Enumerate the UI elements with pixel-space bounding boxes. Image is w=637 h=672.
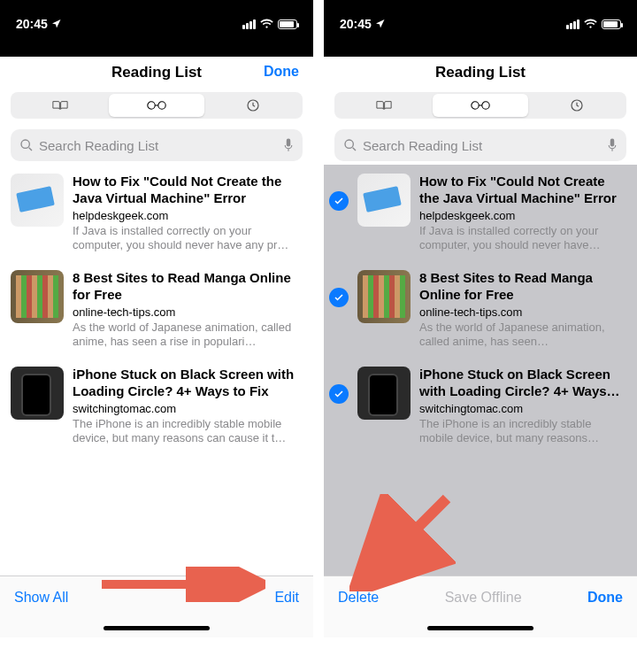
item-domain: online-tech-tips.com bbox=[419, 305, 626, 319]
selection-check[interactable] bbox=[329, 288, 349, 307]
phone-right: 20:45 Reading List bbox=[324, 0, 637, 637]
item-desc: If Java is installed correctly on your c… bbox=[73, 224, 303, 253]
list-item[interactable]: iPhone Stuck on Black Screen with Loadin… bbox=[0, 358, 313, 454]
check-icon bbox=[334, 389, 344, 399]
thumbnail bbox=[357, 174, 411, 227]
svg-point-5 bbox=[472, 102, 479, 109]
svg-point-6 bbox=[482, 102, 489, 109]
seg-bookmarks[interactable] bbox=[336, 94, 433, 117]
home-indicator[interactable] bbox=[324, 618, 637, 637]
search-field[interactable] bbox=[11, 129, 303, 161]
glasses-icon bbox=[146, 99, 167, 112]
reading-list-editing: How to Fix "Could Not Create the Java Vi… bbox=[324, 165, 637, 575]
delete-button[interactable]: Delete bbox=[338, 590, 379, 606]
segmented-control[interactable] bbox=[334, 92, 626, 119]
reading-list: How to Fix "Could Not Create the Java Vi… bbox=[0, 165, 313, 575]
nav-header: Reading List Done bbox=[0, 57, 313, 87]
clock-icon bbox=[570, 98, 584, 112]
glasses-icon bbox=[470, 99, 491, 112]
thumbnail bbox=[11, 174, 64, 227]
wifi-icon bbox=[584, 19, 597, 29]
location-icon bbox=[375, 19, 386, 29]
mic-icon[interactable] bbox=[607, 137, 618, 153]
search-field[interactable] bbox=[334, 129, 626, 161]
item-desc: The iPhone is an incredibly stable mobil… bbox=[73, 417, 303, 446]
signal-icon bbox=[242, 19, 256, 29]
item-desc: As the world of Japanese animation, call… bbox=[419, 321, 626, 350]
status-time: 20:45 bbox=[16, 17, 48, 31]
status-time: 20:45 bbox=[340, 17, 372, 31]
item-domain: helpdeskgeek.com bbox=[73, 209, 303, 222]
thumbnail bbox=[357, 270, 411, 323]
svg-rect-4 bbox=[287, 139, 291, 147]
segmented-control[interactable] bbox=[11, 92, 303, 119]
svg-point-3 bbox=[21, 140, 29, 148]
signal-icon bbox=[566, 19, 579, 29]
showall-button[interactable]: Show All bbox=[14, 590, 68, 606]
save-offline-button[interactable]: Save Offline bbox=[445, 590, 522, 606]
item-domain: online-tech-tips.com bbox=[73, 305, 303, 319]
item-title: 8 Best Sites to Read Manga Online for Fr… bbox=[73, 270, 303, 304]
notch bbox=[333, 46, 628, 57]
item-domain: switchingtomac.com bbox=[73, 402, 303, 415]
search-icon bbox=[343, 138, 357, 152]
list-item[interactable]: 8 Best Sites to Read Manga Online for Fr… bbox=[324, 261, 637, 358]
home-indicator[interactable] bbox=[0, 618, 313, 637]
battery-icon bbox=[602, 19, 621, 29]
thumbnail bbox=[357, 367, 411, 420]
seg-history[interactable] bbox=[528, 94, 625, 117]
check-icon bbox=[334, 292, 344, 303]
book-icon bbox=[375, 98, 393, 112]
item-desc: The iPhone is an incredibly stable mobil… bbox=[419, 417, 626, 446]
item-title: How to Fix "Could Not Create the Java Vi… bbox=[73, 174, 303, 207]
item-domain: helpdeskgeek.com bbox=[419, 209, 626, 222]
location-icon bbox=[51, 19, 62, 29]
done-button[interactable]: Done bbox=[264, 64, 299, 80]
bottom-toolbar: Show All Edit bbox=[0, 575, 313, 618]
thumbnail bbox=[11, 270, 64, 323]
list-item[interactable]: 8 Best Sites to Read Manga Online for Fr… bbox=[0, 261, 313, 358]
list-item[interactable]: How to Fix "Could Not Create the Java Vi… bbox=[0, 165, 313, 261]
svg-point-8 bbox=[345, 140, 353, 148]
item-desc: If Java is installed correctly on your c… bbox=[419, 224, 626, 253]
svg-point-1 bbox=[158, 102, 165, 109]
svg-point-0 bbox=[148, 102, 155, 109]
search-input[interactable] bbox=[39, 138, 278, 153]
clock-icon bbox=[246, 98, 260, 112]
list-item[interactable]: iPhone Stuck on Black Screen with Loadin… bbox=[324, 358, 637, 454]
page-title: Reading List bbox=[111, 64, 202, 81]
item-title: iPhone Stuck on Black Screen with Loadin… bbox=[419, 367, 626, 400]
search-icon bbox=[19, 138, 34, 152]
wifi-icon bbox=[260, 19, 273, 29]
battery-icon bbox=[278, 19, 297, 29]
nav-header: Reading List bbox=[324, 57, 637, 87]
bottom-toolbar: Delete Save Offline Done bbox=[324, 575, 637, 618]
phone-left: 20:45 Reading List Done bbox=[0, 0, 313, 637]
svg-rect-9 bbox=[610, 139, 615, 147]
thumbnail bbox=[11, 367, 64, 420]
item-title: 8 Best Sites to Read Manga Online for Fr… bbox=[419, 270, 626, 304]
mic-icon[interactable] bbox=[283, 137, 294, 153]
item-title: How to Fix "Could Not Create the Java Vi… bbox=[419, 174, 626, 207]
item-desc: As the world of Japanese animation, call… bbox=[73, 321, 303, 350]
edit-button[interactable]: Edit bbox=[274, 590, 299, 606]
page-title: Reading List bbox=[435, 64, 526, 81]
list-item[interactable]: How to Fix "Could Not Create the Java Vi… bbox=[324, 165, 637, 261]
seg-bookmarks[interactable] bbox=[12, 94, 109, 117]
selection-check[interactable] bbox=[329, 384, 349, 404]
check-icon bbox=[334, 196, 344, 206]
seg-history[interactable] bbox=[204, 94, 301, 117]
selection-check[interactable] bbox=[329, 191, 349, 211]
book-icon bbox=[51, 98, 69, 112]
seg-readinglist[interactable] bbox=[433, 94, 529, 117]
notch bbox=[9, 46, 304, 57]
item-title: iPhone Stuck on Black Screen with Loadin… bbox=[73, 367, 303, 400]
search-input[interactable] bbox=[363, 138, 602, 153]
done-button[interactable]: Done bbox=[587, 590, 623, 606]
seg-readinglist[interactable] bbox=[109, 94, 205, 117]
item-domain: switchingtomac.com bbox=[419, 402, 626, 415]
